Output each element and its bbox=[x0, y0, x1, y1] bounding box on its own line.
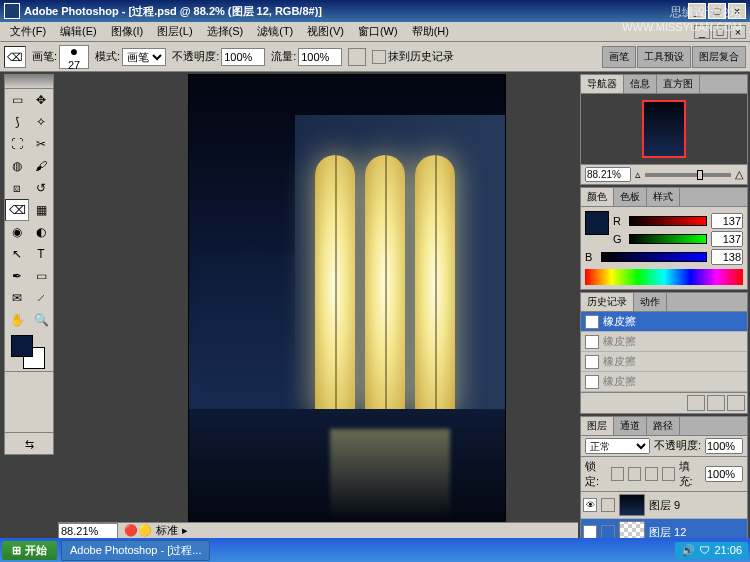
jump-to-imageready[interactable]: ⇆ bbox=[5, 432, 53, 454]
pen-tool[interactable]: ✒ bbox=[5, 265, 29, 287]
menu-edit[interactable]: 编辑(E) bbox=[54, 22, 103, 41]
r-input[interactable] bbox=[711, 213, 743, 229]
eyedropper-tool[interactable]: ⟋ bbox=[29, 287, 53, 309]
lock-all[interactable] bbox=[662, 467, 675, 481]
screen-mode-2[interactable] bbox=[29, 392, 53, 412]
tab-swatches[interactable]: 色板 bbox=[614, 188, 647, 206]
tab-tool-presets[interactable]: 工具预设 bbox=[637, 46, 691, 68]
menu-filter[interactable]: 滤镜(T) bbox=[251, 22, 299, 41]
tab-navigator[interactable]: 导航器 bbox=[581, 75, 624, 93]
link-toggle[interactable] bbox=[601, 525, 615, 539]
tab-styles[interactable]: 样式 bbox=[647, 188, 680, 206]
dodge-tool[interactable]: ◐ bbox=[29, 221, 53, 243]
gradient-tool[interactable]: ▦ bbox=[29, 199, 53, 221]
history-item[interactable]: 橡皮擦 bbox=[581, 312, 747, 332]
status-dropdown-icon[interactable]: ▸ bbox=[182, 524, 188, 537]
tab-channels[interactable]: 通道 bbox=[614, 417, 647, 435]
color-swatches[interactable] bbox=[5, 331, 53, 371]
crop-tool[interactable]: ⛶ bbox=[5, 133, 29, 155]
menu-file[interactable]: 文件(F) bbox=[4, 22, 52, 41]
type-tool[interactable]: T bbox=[29, 243, 53, 265]
start-button[interactable]: ⊞ 开始 bbox=[2, 541, 57, 560]
wand-tool[interactable]: ✧ bbox=[29, 111, 53, 133]
visibility-toggle[interactable]: 👁 bbox=[583, 498, 597, 512]
zoom-in-icon[interactable]: △ bbox=[735, 168, 743, 181]
taskbar-item-photoshop[interactable]: Adobe Photoshop - [过程... bbox=[61, 540, 210, 561]
tab-actions[interactable]: 动作 bbox=[634, 293, 667, 311]
navigator-zoom-slider[interactable] bbox=[645, 173, 731, 177]
visibility-toggle[interactable]: 👁 bbox=[583, 525, 597, 539]
flow-input[interactable] bbox=[298, 48, 342, 66]
quickmask-mode[interactable] bbox=[29, 372, 53, 392]
menu-view[interactable]: 视图(V) bbox=[301, 22, 350, 41]
stamp-tool[interactable]: ⧇ bbox=[5, 177, 29, 199]
r-slider[interactable] bbox=[629, 216, 707, 226]
blur-tool[interactable]: ◉ bbox=[5, 221, 29, 243]
layer-row[interactable]: 👁图层 9 bbox=[581, 492, 747, 519]
menu-image[interactable]: 图像(I) bbox=[105, 22, 149, 41]
move-tool[interactable]: ✥ bbox=[29, 89, 53, 111]
history-snapshot-button[interactable] bbox=[687, 395, 705, 411]
blend-mode-select[interactable]: 正常 bbox=[585, 438, 650, 454]
document-canvas[interactable] bbox=[188, 74, 506, 530]
color-spectrum[interactable] bbox=[585, 269, 743, 285]
eraser-tool[interactable]: ⌫ bbox=[5, 199, 29, 221]
hand-tool[interactable]: ✋ bbox=[5, 309, 29, 331]
tab-color[interactable]: 颜色 bbox=[581, 188, 614, 206]
tab-layer-comps[interactable]: 图层复合 bbox=[692, 46, 746, 68]
slice-tool[interactable]: ✂ bbox=[29, 133, 53, 155]
lock-position[interactable] bbox=[645, 467, 658, 481]
history-new-button[interactable] bbox=[707, 395, 725, 411]
menu-window[interactable]: 窗口(W) bbox=[352, 22, 404, 41]
fill-input[interactable] bbox=[705, 466, 743, 482]
g-input[interactable] bbox=[711, 231, 743, 247]
menu-help[interactable]: 帮助(H) bbox=[406, 22, 455, 41]
history-delete-button[interactable] bbox=[727, 395, 745, 411]
lock-transparency[interactable] bbox=[611, 467, 624, 481]
navigator-thumbnail[interactable] bbox=[581, 94, 747, 164]
path-tool[interactable]: ↖ bbox=[5, 243, 29, 265]
toolbox-header[interactable] bbox=[5, 75, 53, 89]
system-tray[interactable]: 🔊 🛡 21:06 bbox=[675, 542, 748, 559]
history-item[interactable]: 橡皮擦 bbox=[581, 372, 747, 392]
marquee-tool[interactable]: ▭ bbox=[5, 89, 29, 111]
menu-select[interactable]: 选择(S) bbox=[201, 22, 250, 41]
lasso-tool[interactable]: ⟆ bbox=[5, 111, 29, 133]
b-input[interactable] bbox=[711, 249, 743, 265]
tab-paths[interactable]: 路径 bbox=[647, 417, 680, 435]
airbrush-button[interactable] bbox=[348, 48, 366, 66]
tab-history[interactable]: 历史记录 bbox=[581, 293, 634, 311]
navigator-zoom-input[interactable] bbox=[585, 167, 631, 182]
zoom-input[interactable] bbox=[58, 523, 118, 539]
tray-icon[interactable]: 🛡 bbox=[699, 544, 710, 556]
brush-preset-picker[interactable]: ● 27 bbox=[59, 45, 89, 69]
history-brush-tool[interactable]: ↺ bbox=[29, 177, 53, 199]
screen-mode-1[interactable] bbox=[5, 392, 29, 412]
screen-mode-4[interactable] bbox=[29, 412, 53, 432]
tab-info[interactable]: 信息 bbox=[624, 75, 657, 93]
opacity-input[interactable] bbox=[221, 48, 265, 66]
foreground-color[interactable] bbox=[11, 335, 33, 357]
mode-select[interactable]: 画笔 bbox=[122, 48, 166, 66]
menu-layer[interactable]: 图层(L) bbox=[151, 22, 198, 41]
history-checkbox[interactable] bbox=[372, 50, 386, 64]
history-item[interactable]: 橡皮擦 bbox=[581, 332, 747, 352]
zoom-tool[interactable]: 🔍 bbox=[29, 309, 53, 331]
shape-tool[interactable]: ▭ bbox=[29, 265, 53, 287]
tab-brushes[interactable]: 画笔 bbox=[602, 46, 636, 68]
brush-tool[interactable]: 🖌 bbox=[29, 155, 53, 177]
tray-icon[interactable]: 🔊 bbox=[681, 544, 695, 557]
g-slider[interactable] bbox=[629, 234, 707, 244]
layer-thumbnail[interactable] bbox=[619, 494, 645, 516]
link-toggle[interactable] bbox=[601, 498, 615, 512]
zoom-out-icon[interactable]: ▵ bbox=[635, 168, 641, 181]
b-slider[interactable] bbox=[601, 252, 707, 262]
screen-mode-3[interactable] bbox=[5, 412, 29, 432]
standard-mode[interactable] bbox=[5, 372, 29, 392]
healing-tool[interactable]: ◍ bbox=[5, 155, 29, 177]
layer-opacity-input[interactable] bbox=[705, 438, 743, 454]
lock-image[interactable] bbox=[628, 467, 641, 481]
color-fgbg-swatch[interactable] bbox=[585, 211, 609, 235]
tab-histogram[interactable]: 直方图 bbox=[657, 75, 700, 93]
history-item[interactable]: 橡皮擦 bbox=[581, 352, 747, 372]
